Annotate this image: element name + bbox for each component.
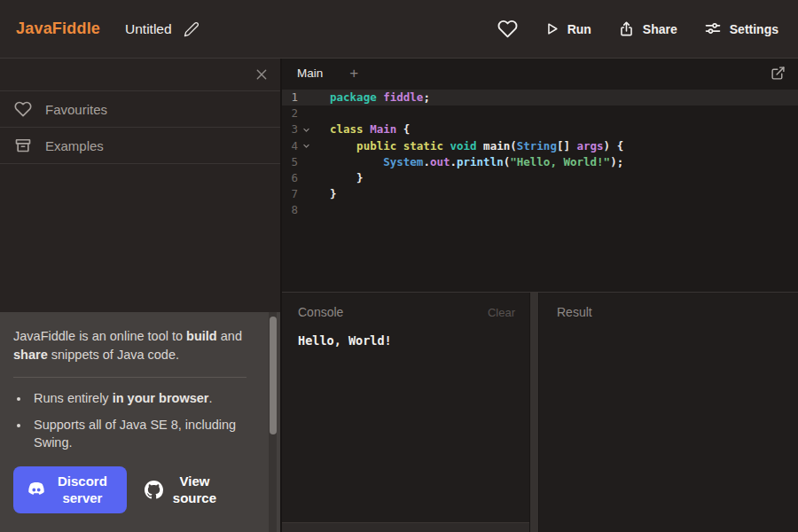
bottom-panels: Console Clear Hello, World! Result <box>282 293 798 532</box>
pencil-icon <box>184 21 200 37</box>
document-title: Untitled <box>125 21 172 37</box>
code-text: public static void main(String[] args) { <box>330 138 623 154</box>
share-icon <box>618 20 635 37</box>
code-text: } <box>330 170 364 186</box>
about-panel: JavaFiddle is an online tool to build an… <box>0 312 280 532</box>
feature-item: Runs entirely in your browser. <box>30 389 248 408</box>
console-panel: Console Clear Hello, World! <box>282 293 529 532</box>
fold-chevron-down-icon[interactable] <box>298 121 330 137</box>
archive-icon <box>14 137 32 154</box>
line-number: 6 <box>282 170 298 186</box>
code-line[interactable]: 4 public static void main(String[] args)… <box>282 138 798 154</box>
about-buttons: Discordserver Viewsource <box>13 466 248 514</box>
sidebar-item-label: Favourites <box>45 102 107 117</box>
run-label: Run <box>567 22 591 36</box>
fold-gutter <box>298 186 330 202</box>
sidebar-scrollbar-track[interactable] <box>269 312 277 532</box>
console-output: Hello, World! <box>298 333 515 348</box>
code-line[interactable]: 7} <box>282 186 798 202</box>
code-text: } <box>330 186 337 202</box>
javafiddle-app: JavaFiddle Untitled Run <box>0 0 798 532</box>
content: Favourites Examples JavaFiddle is an onl… <box>0 59 798 532</box>
share-label: Share <box>643 22 677 36</box>
settings-sliders-icon <box>704 20 722 38</box>
about-divider <box>13 377 246 378</box>
result-title: Result <box>557 305 592 319</box>
panel-resize-handle[interactable] <box>529 293 539 532</box>
code-line[interactable]: 2 <box>282 106 798 121</box>
close-sidebar-button[interactable] <box>254 67 269 82</box>
discord-button-label: Discordserver <box>58 473 107 507</box>
code-line[interactable]: 5 System.out.println("Hello, World!"); <box>282 154 798 170</box>
code-line[interactable]: 6 } <box>282 170 798 186</box>
rename-button[interactable] <box>184 21 200 37</box>
fold-gutter <box>298 154 330 170</box>
heart-icon <box>497 19 518 39</box>
fold-gutter <box>298 202 330 218</box>
result-header: Result <box>557 305 784 319</box>
line-number: 7 <box>282 186 298 202</box>
fold-gutter <box>298 106 330 121</box>
sidebar-item-examples[interactable]: Examples <box>0 128 280 164</box>
heart-icon <box>14 100 32 118</box>
code-text: package fiddle; <box>330 90 430 106</box>
clear-console-button[interactable]: Clear <box>488 306 515 319</box>
topbar: JavaFiddle Untitled Run <box>0 0 798 59</box>
discord-icon <box>27 482 46 498</box>
sidebar-spacer <box>0 164 280 312</box>
view-source-button-label: Viewsource <box>173 473 216 507</box>
sidebar-header <box>0 59 280 91</box>
code-line[interactable]: 1package fiddle; <box>282 90 798 106</box>
fold-chevron-down-icon[interactable] <box>298 138 330 154</box>
play-icon <box>544 21 559 36</box>
settings-label: Settings <box>730 22 778 36</box>
fold-gutter <box>298 90 330 106</box>
open-external-button[interactable] <box>771 66 786 81</box>
sidebar: Favourites Examples JavaFiddle is an onl… <box>0 59 282 532</box>
line-number: 4 <box>282 138 298 154</box>
external-link-icon <box>771 66 786 81</box>
run-button[interactable]: Run <box>544 21 591 36</box>
favourite-button[interactable] <box>497 19 518 39</box>
console-title: Console <box>298 305 343 319</box>
about-text: JavaFiddle is an online tool to build an… <box>13 327 248 364</box>
brand-logo[interactable]: JavaFiddle <box>16 20 100 38</box>
discord-server-button[interactable]: Discordserver <box>13 466 127 514</box>
tab-main[interactable]: Main <box>297 65 323 82</box>
github-icon <box>145 481 163 499</box>
code-line[interactable]: 3class Main { <box>282 121 798 137</box>
result-panel: Result <box>539 293 798 532</box>
sidebar-item-favourites[interactable]: Favourites <box>0 91 280 128</box>
code-text: System.out.println("Hello, World!"); <box>330 154 623 170</box>
close-icon <box>254 67 269 82</box>
topbar-actions: Run Share Settings <box>497 19 778 39</box>
line-number: 2 <box>282 106 298 121</box>
line-number: 5 <box>282 154 298 170</box>
code-text: class Main { <box>330 121 410 137</box>
code-line[interactable]: 8 <box>282 202 798 218</box>
new-tab-button[interactable]: + <box>348 66 360 81</box>
editor-tabbar: Main + <box>282 59 798 87</box>
feature-item: Supports all of Java SE 8, including Swi… <box>30 416 248 452</box>
console-input[interactable] <box>282 522 529 532</box>
sidebar-scrollbar-thumb[interactable] <box>270 317 277 434</box>
fold-gutter <box>298 170 330 186</box>
console-header: Console Clear <box>298 305 515 319</box>
feature-list: Runs entirely in your browser. Supports … <box>13 389 248 452</box>
line-number: 8 <box>282 202 298 218</box>
share-button[interactable]: Share <box>618 20 677 37</box>
sidebar-item-label: Examples <box>45 138 104 153</box>
line-number: 3 <box>282 121 298 137</box>
settings-button[interactable]: Settings <box>704 20 778 38</box>
view-source-button[interactable]: Viewsource <box>134 466 227 514</box>
code-editor[interactable]: 1package fiddle;23class Main {4 public s… <box>282 87 798 293</box>
editor-area: Main + 1package fiddle;23class Main {4 p… <box>282 59 798 532</box>
line-number: 1 <box>282 90 298 106</box>
